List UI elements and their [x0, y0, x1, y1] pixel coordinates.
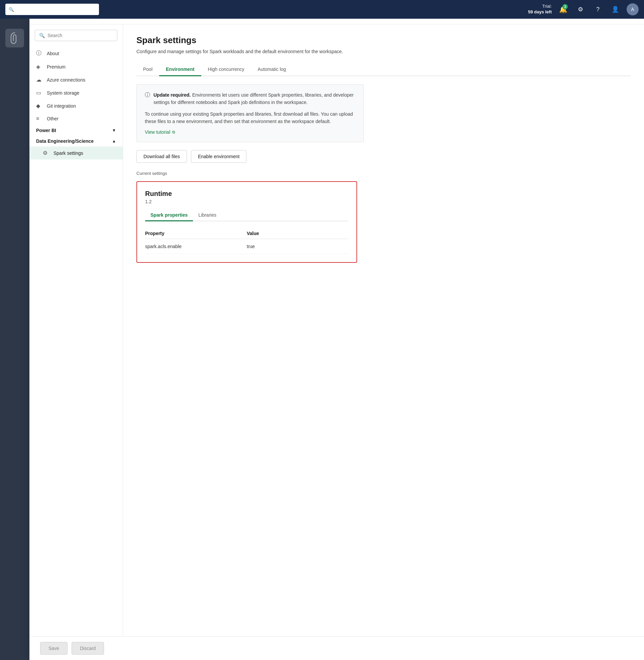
current-settings-label: Current settings — [136, 171, 630, 176]
search-input[interactable] — [47, 33, 113, 38]
save-button[interactable]: Save — [40, 642, 68, 655]
runtime-version: 1.2 — [145, 199, 348, 204]
other-icon: ≡ — [36, 116, 43, 122]
discard-button[interactable]: Discard — [72, 642, 104, 655]
topbar-right: Trial: 59 days left 🔔 3 ⚙ ? 👤 A — [528, 3, 639, 15]
settings-icon-btn[interactable]: ⚙ — [574, 3, 586, 15]
info-header: ⓘ Update required. Environments let user… — [145, 91, 355, 106]
spark-settings-icon: ⚙ — [43, 150, 49, 156]
sidebar-item-storage[interactable]: ▭ System storage — [29, 86, 123, 99]
sidebar-item-azure[interactable]: ☁ Azure connections — [29, 73, 123, 86]
trial-info: Trial: 59 days left — [528, 4, 552, 15]
sidebar-item-git[interactable]: ◆ Git integration — [29, 99, 123, 112]
nav-section-data-eng[interactable]: Data Engineering/Science ▲ — [29, 136, 123, 146]
bg-sidebar — [0, 19, 29, 660]
property-table: Property Value spark.acls.enable true — [145, 228, 348, 254]
external-link-icon: ⧉ — [172, 130, 175, 134]
profile-icon-btn[interactable]: 👤 — [609, 3, 621, 15]
table-header: Property Value — [145, 228, 348, 239]
notification-button[interactable]: 🔔 3 — [557, 3, 569, 15]
tab-environment[interactable]: Environment — [159, 63, 201, 76]
nav-sidebar: 🔍 ⓘ About ◈ Premium ☁ Azure connections … — [29, 24, 123, 636]
storage-icon: ▭ — [36, 90, 43, 96]
modal-footer: Save Discard — [29, 636, 644, 660]
view-tutorial-link[interactable]: View tutorial ⧉ — [145, 129, 175, 135]
row-value: true — [247, 244, 348, 249]
search-icon: 🔍 — [39, 33, 45, 38]
chevron-up-icon: ▲ — [112, 139, 116, 143]
info-extra-text: To continue using your existing Spark pr… — [145, 110, 355, 126]
bg-icon-paperclip — [5, 29, 24, 47]
topbar-search[interactable]: 🔍 — [5, 4, 99, 15]
settings-box: Runtime 1.2 Spark properties Libraries P… — [136, 181, 357, 263]
premium-icon: ◈ — [36, 64, 43, 70]
azure-icon: ☁ — [36, 76, 43, 83]
about-icon: ⓘ — [36, 50, 43, 57]
sub-tab-libraries[interactable]: Libraries — [193, 210, 222, 221]
sidebar-item-about[interactable]: ⓘ About — [29, 46, 123, 60]
tab-automatic-log[interactable]: Automatic log — [251, 63, 293, 76]
row-property: spark.acls.enable — [145, 244, 247, 249]
search-box[interactable]: 🔍 — [35, 30, 117, 41]
enable-environment-button[interactable]: Enable environment — [191, 150, 247, 163]
modal-body: 🔍 ⓘ About ◈ Premium ☁ Azure connections … — [29, 24, 644, 636]
action-buttons: Download all files Enable environment — [136, 150, 630, 163]
page-title: Spark settings — [136, 35, 630, 45]
download-all-files-button[interactable]: Download all files — [136, 150, 187, 163]
sidebar-item-spark-settings[interactable]: ⚙ Spark settings — [29, 146, 123, 159]
sidebar-item-premium[interactable]: ◈ Premium — [29, 60, 123, 73]
git-icon: ◆ — [36, 103, 43, 109]
tab-pool[interactable]: Pool — [136, 63, 159, 76]
avatar[interactable]: A — [627, 3, 639, 15]
topbar-search-icon: 🔍 — [9, 7, 14, 12]
col-value-header: Value — [247, 231, 348, 236]
nav-section-powerbi[interactable]: Power BI ▼ — [29, 125, 123, 136]
info-title: Update required. — [154, 92, 190, 98]
table-row: spark.acls.enable true — [145, 239, 348, 254]
runtime-title: Runtime — [145, 190, 348, 198]
sidebar-item-other[interactable]: ≡ Other — [29, 112, 123, 125]
info-icon: ⓘ — [145, 92, 150, 99]
workspace-settings-modal: Workspace settings × 🔍 ⓘ About ◈ Premium — [29, 0, 644, 660]
info-box: ⓘ Update required. Environments let user… — [136, 84, 364, 142]
tabs: Pool Environment High concurrency Automa… — [136, 63, 630, 76]
col-property-header: Property — [145, 231, 247, 236]
notification-badge: 3 — [562, 4, 568, 9]
chevron-down-icon: ▼ — [112, 128, 116, 133]
sub-tabs: Spark properties Libraries — [145, 210, 348, 221]
tab-high-concurrency[interactable]: High concurrency — [201, 63, 251, 76]
main-content: Spark settings Configure and manage sett… — [123, 24, 644, 636]
page-description: Configure and manage settings for Spark … — [136, 48, 370, 55]
topbar: 🔍 Trial: 59 days left 🔔 3 ⚙ ? 👤 A — [0, 0, 644, 19]
sub-tab-spark-properties[interactable]: Spark properties — [145, 210, 193, 221]
help-icon-btn[interactable]: ? — [592, 3, 604, 15]
